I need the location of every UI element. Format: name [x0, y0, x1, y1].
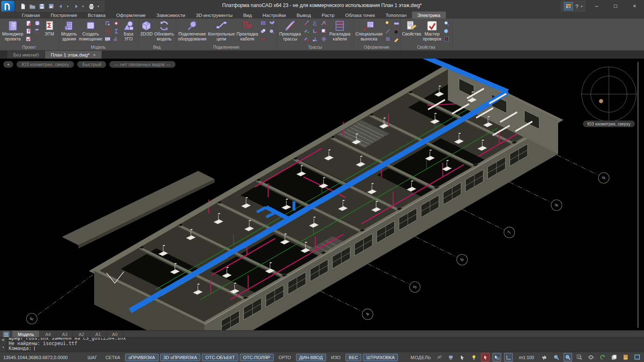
undo-caret-icon[interactable]: ▾ [67, 5, 70, 8]
sockets-group-icon[interactable] [268, 20, 275, 27]
check-master-button[interactable]: Мастер проверок [422, 19, 442, 41]
toggle-osnap[interactable]: оПРИВЯЗКА [125, 354, 159, 361]
tab-nastroyki[interactable]: Настройки [257, 12, 291, 19]
toggle-grid[interactable]: СЕТКА [102, 354, 123, 361]
building-model-button[interactable]: Модель здания [60, 19, 78, 41]
tab-topoplan[interactable]: Топоплан [380, 12, 412, 19]
trace-filament-red-icon[interactable] [303, 35, 310, 43]
model-space-label[interactable]: МОДЕЛЬ [411, 355, 431, 360]
layout-tab-a3[interactable]: А3 [57, 331, 73, 338]
redo-caret-icon[interactable]: ▾ [82, 5, 85, 8]
layout-tab-model[interactable]: Модель [12, 331, 40, 338]
trace-filament-icon[interactable] [303, 28, 310, 35]
nanocad-logo-icon[interactable] [1, 1, 14, 12]
open-file-icon[interactable] [29, 3, 36, 10]
layout-tab-a2[interactable]: А2 [73, 331, 90, 338]
command-pin-icon[interactable]: ▪ [2, 345, 4, 349]
tab-elektrika[interactable]: Электрика [412, 12, 446, 19]
trace-lamp-icon[interactable] [320, 35, 327, 43]
toggle-ortho[interactable]: ОРТО [275, 354, 294, 361]
toggle-snap-step[interactable]: ШАГ [84, 354, 100, 361]
linked-views-button[interactable]: — нет связанных видов — [109, 61, 175, 68]
highlight-bulb-icon[interactable] [469, 353, 478, 362]
toggle-iso[interactable]: ИЗО [328, 354, 344, 361]
tab-vid[interactable]: Вид [238, 12, 257, 19]
command-prompt-line[interactable]: Команда: [9, 346, 644, 351]
view-scale[interactable]: m1:100 [516, 355, 537, 360]
undo-icon[interactable] [57, 3, 64, 10]
help-caret-icon[interactable]: ▾ [581, 5, 582, 8]
toggle-dynamic-input[interactable]: ДИН-ВВОД [296, 354, 326, 361]
help-button[interactable]: ? [575, 3, 578, 9]
rings-icon[interactable] [113, 20, 120, 27]
annotation-scale-icon[interactable] [435, 353, 443, 362]
control-circuits-button[interactable]: Контрольные цепи [207, 19, 236, 41]
trace-corner-icon[interactable] [312, 28, 319, 35]
trace-spiral-icon[interactable] [312, 20, 319, 27]
ab-label-icon[interactable] [104, 35, 111, 43]
equal-lines-icon[interactable] [384, 35, 391, 43]
maximize-button[interactable]: □ [606, 0, 625, 12]
trace-node-icon[interactable] [303, 20, 310, 27]
create-room-button[interactable]: Создать помещение [78, 19, 103, 41]
lamp-marker-icon[interactable] [384, 20, 391, 27]
layout-tab-a0[interactable]: А0 [107, 331, 123, 338]
selection-cycling-button[interactable] [481, 353, 490, 362]
pan-hand-icon[interactable] [540, 353, 549, 362]
column-chart-icon[interactable] [113, 35, 120, 43]
ibeam-icon[interactable] [113, 28, 120, 35]
trace-cross-icon[interactable] [320, 20, 327, 27]
special-callout-button[interactable]: Специальная выноска [355, 19, 384, 41]
layout-tab-a1[interactable]: А1 [90, 331, 107, 338]
doc-tab-plan1[interactable]: План 1 этаж.dwg* × [45, 51, 102, 59]
ucs-axes-button[interactable] [504, 353, 513, 362]
database-icon[interactable] [34, 20, 41, 27]
save-as-icon[interactable] [48, 3, 55, 10]
zoom-window-button[interactable] [564, 353, 572, 362]
ruler-box-icon[interactable] [393, 20, 400, 27]
new-file-icon[interactable] [19, 3, 26, 10]
redo-icon[interactable] [73, 3, 80, 10]
tab-oblaka-tochek[interactable]: Облака точек [340, 12, 380, 19]
toggle-otrack-object[interactable]: ОТС-ОБЪЕКТ [202, 354, 238, 361]
zoom-icon[interactable] [552, 353, 561, 362]
save-icon[interactable] [38, 3, 45, 10]
command-history[interactable]: Шрифт russ.shx заменен на CS_gost2304.sh… [6, 337, 644, 352]
wire-marker-icon[interactable] [384, 28, 391, 35]
zoom-check-icon[interactable] [443, 20, 450, 27]
layout-tab-a4[interactable]: А4 [40, 331, 56, 338]
clean-screen-icon[interactable] [633, 353, 642, 362]
visual-style-button[interactable]: Быстрый [77, 61, 106, 68]
doc-bolt-icon[interactable] [25, 28, 32, 35]
tab-oformlenie[interactable]: Оформление [111, 12, 151, 19]
selection-cursor-icon[interactable] [458, 353, 466, 362]
cable-layout-button[interactable]: Раскладка кабеля [328, 19, 352, 41]
globe-edit-icon[interactable] [443, 28, 450, 35]
junction-table-icon[interactable] [260, 20, 267, 27]
qat-caret-icon[interactable]: ▾ [97, 5, 101, 8]
edit-pen-icon[interactable] [393, 35, 400, 43]
cable-coil-icon[interactable] [268, 28, 275, 35]
viewport-3d-scene[interactable]: 987654ЕЮЗ изометрия, сверху [0, 59, 644, 330]
toggle-hatch[interactable]: ШТРИХОВКА [363, 354, 398, 361]
command-close-icon[interactable]: ✕ [2, 338, 5, 342]
sheets-icon[interactable] [610, 353, 618, 362]
toggle-3d-osnap[interactable]: 3D оПРИВЯЗКА [160, 354, 201, 361]
tab-zavisimosti[interactable]: Зависимости [151, 12, 191, 19]
point-box-icon[interactable] [443, 35, 450, 43]
close-button[interactable]: × [625, 0, 644, 12]
notes-icon[interactable] [621, 353, 630, 362]
xx-markers-icon[interactable] [260, 35, 267, 43]
etm-button[interactable]: ЭТМ [42, 19, 57, 37]
doc-tab-close-icon[interactable]: × [93, 52, 95, 57]
doc-check-icon[interactable] [25, 35, 32, 43]
2d3d-button[interactable]: 2D/3D [140, 19, 154, 37]
orbit-icon[interactable] [587, 353, 595, 362]
connect-equipment-button[interactable]: Подключение оборудования [177, 19, 207, 41]
minimize-button[interactable]: – [587, 0, 606, 12]
interface-toggle-icon[interactable] [564, 2, 573, 10]
doc-gear-icon[interactable] [25, 20, 32, 27]
project-manager-button[interactable]: Менеджер проекта [1, 19, 24, 41]
tab-glavnaya[interactable]: Главная [17, 12, 45, 19]
ugo-base-button[interactable]: База УГО [121, 19, 137, 41]
